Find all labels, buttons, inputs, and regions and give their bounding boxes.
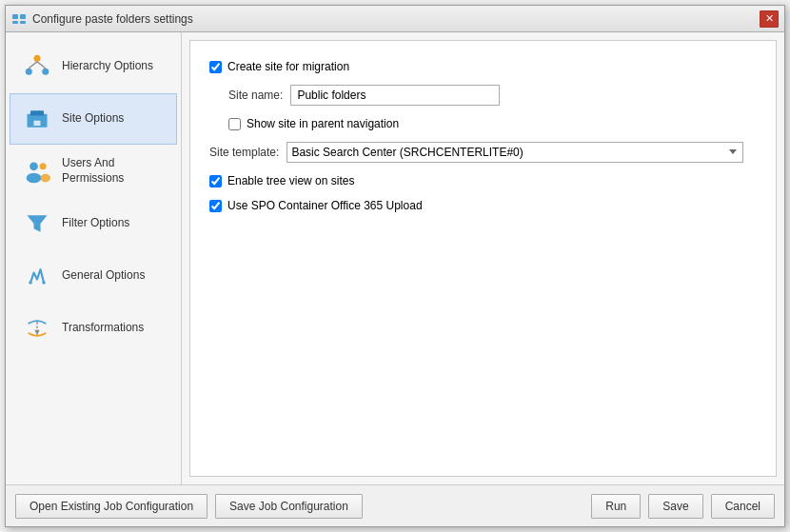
show-site-row: Show site in parent navigation [228, 117, 757, 130]
run-button[interactable]: Run [591, 494, 641, 519]
open-config-button[interactable]: Open Existing Job Configuration [15, 494, 207, 519]
create-site-row: Create site for migration [209, 60, 757, 73]
sidebar-label-transform: Transformations [62, 321, 144, 336]
sidebar: Hierarchy Options Site Options [6, 32, 182, 484]
svg-marker-16 [28, 215, 48, 232]
create-site-label: Create site for migration [227, 60, 349, 73]
show-site-label: Show site in parent navigation [247, 117, 399, 130]
svg-point-17 [29, 281, 32, 285]
use-spo-label: Use SPO Container Office 365 Upload [227, 199, 423, 212]
svg-marker-20 [34, 330, 39, 335]
use-spo-checkbox[interactable] [209, 200, 222, 212]
enable-tree-checkbox[interactable] [209, 175, 222, 187]
enable-tree-label: Enable tree view on sites [227, 174, 354, 187]
window-icon [11, 11, 27, 27]
svg-point-4 [34, 55, 41, 62]
window-title: Configure paste folders settings [32, 12, 193, 26]
svg-point-15 [41, 174, 51, 183]
content-area: Create site for migration Site name: Sho… [189, 40, 777, 477]
svg-point-13 [27, 173, 42, 184]
svg-point-6 [42, 69, 49, 75]
svg-rect-3 [20, 21, 26, 24]
title-bar-left: Configure paste folders settings [11, 11, 193, 27]
svg-rect-10 [30, 110, 44, 115]
close-button[interactable]: ✕ [760, 10, 779, 28]
hierarchy-icon [22, 51, 52, 82]
svg-point-5 [26, 69, 32, 75]
save-button[interactable]: Save [648, 494, 702, 519]
site-template-label: Site template: [209, 146, 279, 159]
svg-point-18 [42, 281, 46, 285]
filter-icon [22, 208, 52, 239]
general-icon [22, 261, 52, 291]
svg-rect-2 [12, 21, 18, 24]
sidebar-item-transform[interactable]: Transformations [10, 303, 177, 354]
users-icon [22, 156, 52, 187]
transform-icon [22, 313, 52, 344]
sidebar-item-general[interactable]: General Options [10, 250, 177, 302]
sidebar-item-hierarchy[interactable]: Hierarchy Options [10, 41, 177, 92]
create-site-checkbox[interactable] [209, 61, 222, 73]
site-name-input[interactable] [290, 85, 500, 106]
cancel-button[interactable]: Cancel [711, 494, 775, 519]
title-bar: Configure paste folders settings ✕ [6, 6, 784, 32]
svg-rect-11 [34, 121, 41, 126]
svg-line-8 [37, 62, 46, 69]
svg-line-7 [29, 62, 37, 69]
svg-rect-1 [20, 14, 26, 19]
svg-point-14 [40, 163, 47, 169]
site-template-row: Site template: Basic Search Center (SRCH… [209, 142, 757, 163]
svg-rect-0 [12, 14, 18, 19]
save-config-button[interactable]: Save Job Configuration [215, 494, 363, 519]
main-content: Hierarchy Options Site Options [6, 32, 784, 484]
site-name-label: Site name: [228, 89, 283, 102]
sidebar-label-hierarchy: Hierarchy Options [62, 59, 153, 74]
sidebar-item-users[interactable]: Users And Permissions [10, 146, 177, 197]
sidebar-label-general: General Options [62, 268, 145, 284]
svg-point-12 [30, 162, 38, 170]
sidebar-item-site[interactable]: Site Options [10, 93, 177, 145]
sidebar-item-filter[interactable]: Filter Options [10, 198, 177, 249]
show-site-checkbox[interactable] [228, 118, 241, 130]
site-icon [22, 104, 52, 134]
site-name-row: Site name: [228, 85, 757, 106]
sidebar-label-site: Site Options [62, 111, 124, 127]
sidebar-label-filter: Filter Options [62, 216, 129, 231]
sidebar-label-users: Users And Permissions [62, 156, 165, 186]
main-window: Configure paste folders settings ✕ Hiera… [5, 5, 785, 527]
enable-tree-row: Enable tree view on sites [209, 174, 757, 187]
footer-bar: Open Existing Job Configuration Save Job… [6, 484, 784, 526]
use-spo-row: Use SPO Container Office 365 Upload [209, 199, 757, 212]
site-template-select[interactable]: Basic Search Center (SRCHCENTERLITE#0) T… [286, 142, 743, 163]
